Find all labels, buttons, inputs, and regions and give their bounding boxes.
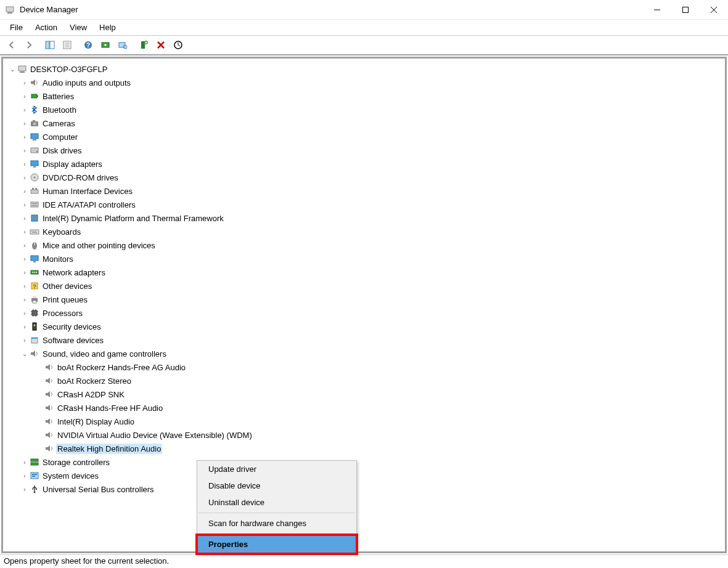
tree-label[interactable]: Processors	[41, 308, 84, 318]
expander-closed-icon[interactable]: ›	[20, 242, 29, 249]
expander-closed-icon[interactable]: ›	[20, 459, 29, 466]
tree-label[interactable]: Batteries	[41, 91, 75, 102]
expander-closed-icon[interactable]: ›	[20, 486, 29, 493]
context-menu-item-update-driver[interactable]: Update driver	[197, 461, 356, 477]
tree-item-root[interactable]: ⌄DESKTOP-O3FGFLP	[6, 62, 722, 76]
tree-label[interactable]: System devices	[41, 471, 100, 481]
tree-item-cat-3[interactable]: ›Cameras	[18, 116, 722, 130]
expander-closed-icon[interactable]: ›	[20, 174, 29, 181]
tree-item-cat-21[interactable]: ›Storage controllers	[18, 455, 722, 469]
expander-closed-icon[interactable]: ›	[20, 147, 29, 154]
tree-label[interactable]: Print queues	[41, 294, 89, 305]
tree-label[interactable]: Sound, video and game controllers	[41, 349, 168, 359]
tree-item-cat-19[interactable]: ›Software devices	[18, 333, 722, 347]
tree-label[interactable]: Cameras	[41, 118, 76, 129]
tree-label[interactable]: Display adapters	[41, 159, 104, 169]
expander-closed-icon[interactable]: ›	[20, 310, 29, 317]
tree-label[interactable]: Universal Serial Bus controllers	[41, 484, 155, 495]
tree-label[interactable]: IDE ATA/ATAPI controllers	[41, 200, 137, 210]
forward-button[interactable]	[21, 38, 37, 52]
tree-label[interactable]: Network adapters	[41, 267, 107, 278]
expander-closed-icon[interactable]: ›	[20, 229, 29, 235]
tree-label[interactable]: CRasH A2DP SNK	[56, 389, 126, 400]
tree-item-cat-6[interactable]: ›Display adapters	[18, 157, 722, 171]
expander-closed-icon[interactable]: ›	[20, 473, 29, 479]
device-tree[interactable]: ⌄DESKTOP-O3FGFLP›Audio inputs and output…	[1, 57, 727, 553]
tree-item-cat-2[interactable]: ›Bluetooth	[18, 103, 722, 116]
tree-label[interactable]: Storage controllers	[41, 457, 111, 468]
show-hide-console-tree-button[interactable]	[42, 38, 58, 52]
tree-item-cat-5[interactable]: ›Disk drives	[18, 144, 722, 157]
menu-help[interactable]: Help	[94, 22, 121, 33]
tree-item-cat-15[interactable]: ›?Other devices	[18, 279, 722, 293]
tree-label[interactable]: boAt Rockerz Stereo	[56, 376, 133, 386]
maximize-button[interactable]	[671, 0, 700, 20]
tree-item-cat-13[interactable]: ›Monitors	[18, 252, 722, 266]
expander-closed-icon[interactable]: ›	[20, 323, 29, 330]
tree-label[interactable]: boAt Rockerz Hands-Free AG Audio	[56, 362, 187, 373]
tree-item-cat-8[interactable]: ›Human Interface Devices	[18, 184, 722, 198]
tree-item-dev-20-2[interactable]: CRasH A2DP SNK	[33, 387, 722, 401]
help-button[interactable]: ?	[80, 38, 96, 52]
expander-closed-icon[interactable]: ›	[20, 93, 29, 100]
tree-item-dev-20-0[interactable]: boAt Rockerz Hands-Free AG Audio	[33, 360, 722, 374]
minimize-button[interactable]	[643, 0, 671, 20]
tree-label[interactable]: Human Interface Devices	[41, 186, 134, 197]
tree-label[interactable]: Disk drives	[41, 145, 83, 156]
tree-label[interactable]: DVD/CD-ROM drives	[41, 172, 120, 183]
update-driver-toolbar-button[interactable]	[97, 38, 113, 52]
uninstall-device-button[interactable]	[153, 38, 169, 52]
tree-item-cat-12[interactable]: ›Mice and other pointing devices	[18, 238, 722, 252]
expander-closed-icon[interactable]: ›	[20, 283, 29, 290]
expander-closed-icon[interactable]: ›	[20, 296, 29, 303]
context-menu-item-disable-device[interactable]: Disable device	[197, 477, 356, 494]
context-menu-item-uninstall-device[interactable]: Uninstall device	[197, 494, 356, 511]
tree-label[interactable]: Other devices	[41, 281, 93, 291]
expander-open-icon[interactable]: ⌄	[20, 351, 29, 357]
tree-item-cat-10[interactable]: ›Intel(R) Dynamic Platform and Thermal F…	[18, 211, 722, 225]
properties-button[interactable]	[59, 38, 75, 52]
menu-action[interactable]: Action	[30, 22, 62, 33]
tree-label[interactable]: NVIDIA Virtual Audio Device (Wave Extens…	[56, 430, 253, 440]
expander-closed-icon[interactable]: ›	[20, 188, 29, 195]
expander-closed-icon[interactable]: ›	[20, 79, 29, 86]
tree-label[interactable]: Intel(R) Dynamic Platform and Thermal Fr…	[41, 213, 225, 224]
tree-item-dev-20-3[interactable]: CRasH Hands-Free HF Audio	[33, 401, 722, 415]
tree-item-cat-18[interactable]: ›Security devices	[18, 320, 722, 333]
tree-label[interactable]: Realtek High Definition Audio	[56, 444, 162, 454]
tree-label[interactable]: Mice and other pointing devices	[41, 240, 157, 251]
tree-label[interactable]: DESKTOP-O3FGFLP	[29, 64, 108, 75]
menu-view[interactable]: View	[65, 22, 92, 33]
tree-label[interactable]: Intel(R) Display Audio	[56, 416, 136, 427]
expander-closed-icon[interactable]: ›	[20, 256, 29, 262]
scan-hardware-toolbar-button[interactable]	[115, 38, 131, 52]
tree-item-cat-23[interactable]: ›Universal Serial Bus controllers	[18, 482, 722, 496]
expander-closed-icon[interactable]: ›	[20, 201, 29, 208]
expander-closed-icon[interactable]: ›	[20, 134, 29, 140]
tree-item-cat-22[interactable]: ›System devices	[18, 469, 722, 482]
context-menu-item-properties[interactable]: Properties	[197, 536, 356, 553]
expander-closed-icon[interactable]: ›	[20, 337, 29, 344]
expander-closed-icon[interactable]: ›	[20, 161, 29, 168]
tree-label[interactable]: Computer	[41, 132, 79, 142]
expander-closed-icon[interactable]: ›	[20, 120, 29, 127]
expander-closed-icon[interactable]: ›	[20, 215, 29, 222]
context-menu-item-scan-for-hardware-changes[interactable]: Scan for hardware changes	[197, 515, 356, 532]
tree-label[interactable]: Audio inputs and outputs	[41, 78, 132, 88]
tree-item-cat-16[interactable]: ›Print queues	[18, 293, 722, 306]
expander-closed-icon[interactable]: ›	[20, 269, 29, 276]
tree-item-cat-1[interactable]: ›Batteries	[18, 89, 722, 103]
tree-item-dev-20-4[interactable]: Intel(R) Display Audio	[33, 415, 722, 428]
close-button[interactable]	[700, 0, 728, 20]
add-legacy-hardware-button[interactable]: +	[136, 38, 152, 52]
tree-item-cat-20[interactable]: ⌄Sound, video and game controllers	[18, 347, 722, 360]
expander-open-icon[interactable]: ⌄	[8, 66, 17, 73]
tree-item-cat-11[interactable]: ›Keyboards	[18, 225, 722, 238]
back-button[interactable]	[4, 38, 20, 52]
scan-for-changes-button[interactable]	[170, 38, 186, 52]
menu-file[interactable]: File	[5, 22, 28, 33]
tree-item-cat-7[interactable]: ›DVD/CD-ROM drives	[18, 171, 722, 184]
tree-label[interactable]: Software devices	[41, 335, 105, 346]
tree-label[interactable]: CRasH Hands-Free HF Audio	[56, 403, 164, 413]
tree-item-dev-20-1[interactable]: boAt Rockerz Stereo	[33, 374, 722, 387]
